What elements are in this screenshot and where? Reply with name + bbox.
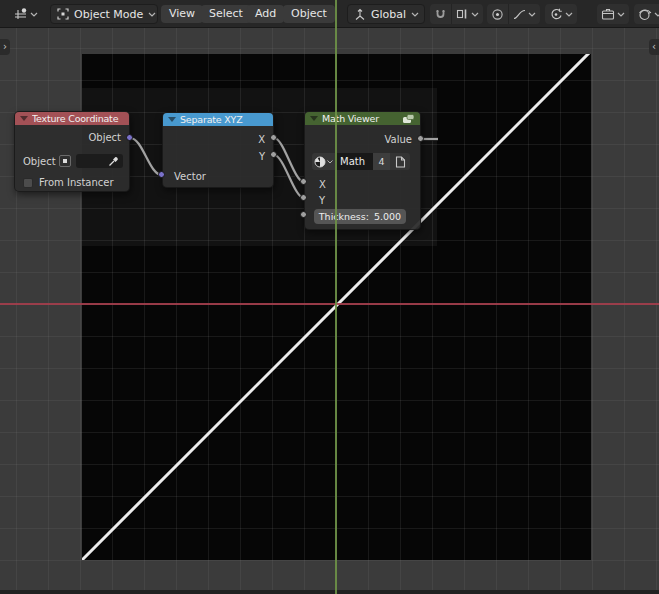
eyedropper-icon[interactable] (108, 155, 120, 167)
menu-view-button[interactable]: View (161, 5, 203, 23)
x-axis-line (0, 303, 659, 305)
proportional-editing-icon (491, 8, 504, 21)
viewport-3d[interactable]: Texture Coordinate Object Object From In… (0, 28, 659, 594)
chevron-down-icon (565, 12, 573, 17)
object-data-icon (59, 155, 71, 167)
node-header[interactable]: Math Viewer (305, 112, 420, 125)
socket-value-output[interactable] (417, 135, 424, 142)
chevron-down-icon (654, 12, 659, 17)
object-field-label: Object (23, 156, 56, 167)
chevron-down-icon (327, 160, 333, 164)
chevron-down-icon (148, 12, 156, 17)
socket-vector-input[interactable] (158, 171, 165, 178)
orientation-label: Global (371, 8, 406, 21)
output-y-label: Y (259, 151, 265, 162)
thickness-value: 5.000 (374, 211, 401, 222)
blender-window: Object Mode View Select Add Object Globa… (0, 0, 659, 594)
browse-group-dropdown[interactable] (312, 153, 335, 170)
mode-selector-label: Object Mode (74, 8, 143, 21)
node-separate-xyz[interactable]: Separate XYZ X Y Vector (162, 112, 274, 188)
from-instancer-checkbox[interactable] (23, 178, 33, 188)
menu-object-button[interactable]: Object (283, 5, 335, 23)
group-users-count-button[interactable]: 4 (373, 153, 390, 170)
input-x-label: X (319, 179, 326, 190)
sidebar-expand-chevron[interactable]: ‹ (649, 39, 659, 55)
thickness-slider[interactable]: Thickness: 5.000 (314, 209, 406, 224)
socket-object-output[interactable] (126, 134, 133, 141)
copy-icon (395, 156, 406, 168)
node-math-viewer[interactable]: Math Viewer Value Math 4 (304, 111, 421, 230)
input-vector-label: Vector (174, 171, 206, 182)
node-header[interactable]: Texture Coordinate (15, 112, 129, 125)
transform-orientation-selector[interactable]: Global (347, 4, 425, 24)
collapse-triangle-icon[interactable] (20, 116, 28, 121)
output-x-label: X (258, 134, 265, 145)
orientation-gizmo-icon (354, 8, 366, 21)
collapse-triangle-icon[interactable] (168, 117, 176, 122)
copy-group-button[interactable] (390, 153, 410, 170)
chevron-down-icon (471, 12, 479, 17)
gizmo-dropdown[interactable] (597, 4, 629, 24)
shading-dropdown[interactable] (634, 4, 659, 24)
viewport-editor-icon (13, 7, 28, 21)
output-object-label: Object (88, 132, 121, 143)
socket-y-input[interactable] (300, 194, 307, 201)
collapse-triangle-icon[interactable] (310, 116, 318, 121)
node-title: Math Viewer (322, 113, 398, 124)
chevron-down-icon (528, 12, 536, 17)
nodetree-sphere-icon (314, 156, 326, 168)
snap-target-icon (456, 8, 469, 20)
node-group-icon (402, 114, 415, 124)
viewport-header: Object Mode View Select Add Object Globa… (0, 0, 659, 28)
mode-selector[interactable]: Object Mode (50, 4, 158, 24)
chevron-down-icon (411, 12, 419, 17)
shading-sphere-icon (638, 8, 652, 21)
z-axis-line (335, 0, 337, 594)
pivot-point-dropdown[interactable] (545, 4, 577, 24)
output-value-label: Value (385, 134, 412, 145)
snap-toggle-button[interactable] (430, 4, 451, 24)
node-header[interactable]: Separate XYZ (163, 113, 273, 126)
object-picker-field[interactable] (76, 154, 123, 168)
socket-x-output[interactable] (270, 134, 277, 141)
snap-group (430, 4, 483, 24)
editor-divider (0, 590, 659, 594)
socket-thickness-input[interactable] (300, 211, 307, 218)
group-name-field[interactable]: Math (335, 153, 373, 170)
proportional-falloff-dropdown[interactable] (508, 4, 540, 24)
socket-x-input[interactable] (300, 178, 307, 185)
pivot-point-icon (549, 8, 563, 21)
proportional-editing-toggle[interactable] (487, 4, 508, 24)
socket-y-output[interactable] (270, 151, 277, 158)
proportional-editing-group (487, 4, 540, 24)
menu-add-button[interactable]: Add (247, 5, 284, 23)
snap-settings-dropdown[interactable] (451, 4, 483, 24)
input-y-label: Y (319, 195, 325, 206)
chevron-down-icon (617, 12, 625, 17)
node-title: Texture Coordinate (32, 113, 124, 124)
falloff-curve-icon (513, 9, 526, 20)
toolbar-expand-chevron[interactable]: › (0, 39, 10, 55)
menu-select-button[interactable]: Select (201, 5, 251, 23)
node-title: Separate XYZ (180, 114, 268, 125)
magnet-icon (434, 8, 447, 21)
editor-type-selector[interactable] (10, 4, 41, 24)
object-mode-icon (57, 8, 69, 20)
gizmo-box-icon (601, 8, 615, 21)
node-texture-coordinate[interactable]: Texture Coordinate Object Object From In… (14, 111, 130, 192)
thickness-label: Thickness: (319, 211, 369, 222)
node-group-id-block: Math 4 (312, 153, 410, 170)
chevron-down-icon (30, 12, 38, 17)
from-instancer-label: From Instancer (39, 177, 114, 188)
